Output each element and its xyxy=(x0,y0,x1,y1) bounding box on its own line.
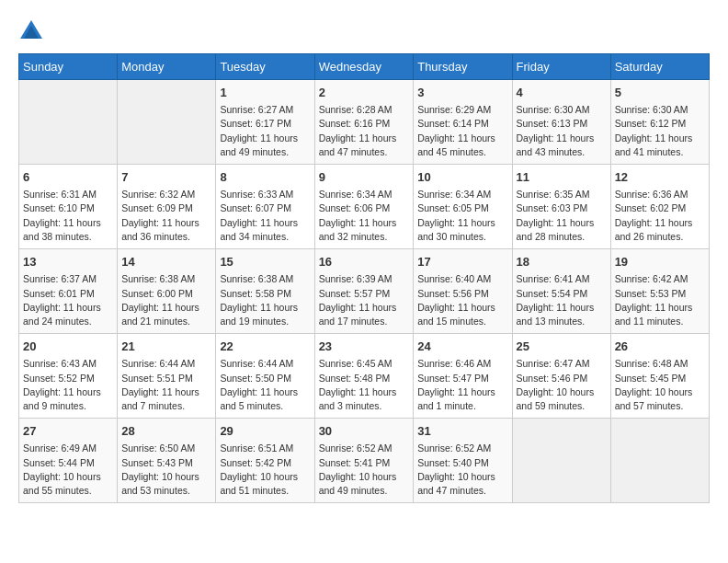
calendar-cell: 21Sunrise: 6:44 AMSunset: 5:51 PMDayligh… xyxy=(118,334,216,419)
day-info: Sunrise: 6:33 AMSunset: 6:07 PMDaylight:… xyxy=(220,188,310,244)
day-number: 20 xyxy=(23,339,113,355)
day-info: Sunrise: 6:28 AMSunset: 6:16 PMDaylight:… xyxy=(319,103,410,159)
day-number: 4 xyxy=(517,85,607,101)
day-info: Sunrise: 6:39 AMSunset: 5:57 PMDaylight:… xyxy=(319,272,410,328)
day-number: 11 xyxy=(517,169,607,186)
day-number: 31 xyxy=(417,423,507,440)
day-number: 17 xyxy=(417,254,507,270)
calendar-week-3: 13Sunrise: 6:37 AMSunset: 6:01 PMDayligh… xyxy=(19,249,710,334)
weekday-header-monday: Monday xyxy=(118,54,216,80)
calendar-cell: 24Sunrise: 6:46 AMSunset: 5:47 PMDayligh… xyxy=(414,334,512,419)
calendar-cell: 27Sunrise: 6:49 AMSunset: 5:44 PMDayligh… xyxy=(19,419,118,503)
day-number: 21 xyxy=(121,339,211,355)
day-info: Sunrise: 6:29 AMSunset: 6:14 PMDaylight:… xyxy=(417,103,507,159)
day-info: Sunrise: 6:49 AMSunset: 5:44 PMDaylight:… xyxy=(23,442,113,498)
day-number: 14 xyxy=(121,254,211,270)
day-number: 19 xyxy=(615,254,705,270)
calendar-week-1: 1Sunrise: 6:27 AMSunset: 6:17 PMDaylight… xyxy=(19,80,710,165)
day-number: 27 xyxy=(23,423,113,440)
day-info: Sunrise: 6:31 AMSunset: 6:10 PMDaylight:… xyxy=(23,188,113,244)
day-info: Sunrise: 6:41 AMSunset: 5:54 PMDaylight:… xyxy=(517,272,607,328)
calendar-cell: 15Sunrise: 6:38 AMSunset: 5:58 PMDayligh… xyxy=(216,249,314,334)
day-info: Sunrise: 6:35 AMSunset: 6:03 PMDaylight:… xyxy=(517,188,607,244)
calendar-cell: 6Sunrise: 6:31 AMSunset: 6:10 PMDaylight… xyxy=(19,165,118,249)
day-info: Sunrise: 6:34 AMSunset: 6:06 PMDaylight:… xyxy=(319,188,410,244)
day-number: 13 xyxy=(23,254,113,270)
day-number: 9 xyxy=(319,169,410,186)
day-number: 15 xyxy=(220,254,310,270)
calendar-cell xyxy=(610,419,709,503)
weekday-header-saturday: Saturday xyxy=(610,54,709,80)
calendar-cell: 13Sunrise: 6:37 AMSunset: 6:01 PMDayligh… xyxy=(19,249,118,334)
day-number: 3 xyxy=(417,85,507,101)
calendar-cell: 9Sunrise: 6:34 AMSunset: 6:06 PMDaylight… xyxy=(314,165,414,249)
day-info: Sunrise: 6:30 AMSunset: 6:12 PMDaylight:… xyxy=(615,103,705,159)
day-info: Sunrise: 6:38 AMSunset: 6:00 PMDaylight:… xyxy=(121,272,211,328)
day-number: 26 xyxy=(615,339,705,355)
day-info: Sunrise: 6:34 AMSunset: 6:05 PMDaylight:… xyxy=(417,188,507,244)
calendar-table: SundayMondayTuesdayWednesdayThursdayFrid… xyxy=(18,53,710,503)
day-number: 22 xyxy=(220,339,310,355)
weekday-header-friday: Friday xyxy=(512,54,610,80)
calendar-cell: 4Sunrise: 6:30 AMSunset: 6:13 PMDaylight… xyxy=(512,80,610,165)
calendar-cell: 14Sunrise: 6:38 AMSunset: 6:00 PMDayligh… xyxy=(118,249,216,334)
day-info: Sunrise: 6:44 AMSunset: 5:51 PMDaylight:… xyxy=(121,357,211,413)
calendar-cell: 5Sunrise: 6:30 AMSunset: 6:12 PMDaylight… xyxy=(610,80,709,165)
day-number: 29 xyxy=(220,423,310,440)
day-info: Sunrise: 6:47 AMSunset: 5:46 PMDaylight:… xyxy=(517,357,607,413)
day-number: 6 xyxy=(23,169,113,186)
calendar-cell: 1Sunrise: 6:27 AMSunset: 6:17 PMDaylight… xyxy=(216,80,314,165)
day-number: 12 xyxy=(615,169,705,186)
day-number: 1 xyxy=(220,85,310,101)
day-info: Sunrise: 6:52 AMSunset: 5:41 PMDaylight:… xyxy=(319,442,410,498)
logo xyxy=(18,18,48,44)
day-number: 16 xyxy=(319,254,410,270)
day-info: Sunrise: 6:50 AMSunset: 5:43 PMDaylight:… xyxy=(121,442,211,498)
day-number: 2 xyxy=(319,85,410,101)
weekday-header-thursday: Thursday xyxy=(414,54,512,80)
calendar-cell: 3Sunrise: 6:29 AMSunset: 6:14 PMDaylight… xyxy=(414,80,512,165)
day-number: 8 xyxy=(220,169,310,186)
day-info: Sunrise: 6:36 AMSunset: 6:02 PMDaylight:… xyxy=(615,188,705,244)
day-info: Sunrise: 6:43 AMSunset: 5:52 PMDaylight:… xyxy=(23,357,113,413)
calendar-cell: 25Sunrise: 6:47 AMSunset: 5:46 PMDayligh… xyxy=(512,334,610,419)
calendar-cell: 16Sunrise: 6:39 AMSunset: 5:57 PMDayligh… xyxy=(314,249,414,334)
calendar-cell: 17Sunrise: 6:40 AMSunset: 5:56 PMDayligh… xyxy=(414,249,512,334)
calendar-cell: 10Sunrise: 6:34 AMSunset: 6:05 PMDayligh… xyxy=(414,165,512,249)
calendar-cell: 31Sunrise: 6:52 AMSunset: 5:40 PMDayligh… xyxy=(414,419,512,503)
calendar-cell: 30Sunrise: 6:52 AMSunset: 5:41 PMDayligh… xyxy=(314,419,414,503)
calendar-cell xyxy=(19,80,118,165)
calendar-cell: 12Sunrise: 6:36 AMSunset: 6:02 PMDayligh… xyxy=(610,165,709,249)
calendar-cell: 29Sunrise: 6:51 AMSunset: 5:42 PMDayligh… xyxy=(216,419,314,503)
calendar-body: 1Sunrise: 6:27 AMSunset: 6:17 PMDaylight… xyxy=(19,80,710,503)
day-info: Sunrise: 6:40 AMSunset: 5:56 PMDaylight:… xyxy=(417,272,507,328)
day-info: Sunrise: 6:38 AMSunset: 5:58 PMDaylight:… xyxy=(220,272,310,328)
day-info: Sunrise: 6:48 AMSunset: 5:45 PMDaylight:… xyxy=(615,357,705,413)
calendar-cell xyxy=(118,80,216,165)
calendar-cell: 18Sunrise: 6:41 AMSunset: 5:54 PMDayligh… xyxy=(512,249,610,334)
calendar-cell: 26Sunrise: 6:48 AMSunset: 5:45 PMDayligh… xyxy=(610,334,709,419)
logo-icon xyxy=(18,18,44,44)
day-info: Sunrise: 6:46 AMSunset: 5:47 PMDaylight:… xyxy=(417,357,507,413)
day-number: 28 xyxy=(121,423,211,440)
day-info: Sunrise: 6:51 AMSunset: 5:42 PMDaylight:… xyxy=(220,442,310,498)
calendar-week-4: 20Sunrise: 6:43 AMSunset: 5:52 PMDayligh… xyxy=(19,334,710,419)
day-info: Sunrise: 6:32 AMSunset: 6:09 PMDaylight:… xyxy=(121,188,211,244)
day-info: Sunrise: 6:30 AMSunset: 6:13 PMDaylight:… xyxy=(517,103,607,159)
calendar-cell: 8Sunrise: 6:33 AMSunset: 6:07 PMDaylight… xyxy=(216,165,314,249)
day-number: 10 xyxy=(417,169,507,186)
calendar-cell: 28Sunrise: 6:50 AMSunset: 5:43 PMDayligh… xyxy=(118,419,216,503)
day-info: Sunrise: 6:45 AMSunset: 5:48 PMDaylight:… xyxy=(319,357,410,413)
page-header xyxy=(18,18,710,44)
day-info: Sunrise: 6:44 AMSunset: 5:50 PMDaylight:… xyxy=(220,357,310,413)
calendar-cell xyxy=(512,419,610,503)
day-number: 30 xyxy=(319,423,410,440)
calendar-cell: 20Sunrise: 6:43 AMSunset: 5:52 PMDayligh… xyxy=(19,334,118,419)
day-number: 5 xyxy=(615,85,705,101)
calendar-cell: 7Sunrise: 6:32 AMSunset: 6:09 PMDaylight… xyxy=(118,165,216,249)
calendar-week-5: 27Sunrise: 6:49 AMSunset: 5:44 PMDayligh… xyxy=(19,419,710,503)
calendar-cell: 19Sunrise: 6:42 AMSunset: 5:53 PMDayligh… xyxy=(610,249,709,334)
day-number: 25 xyxy=(517,339,607,355)
calendar-cell: 22Sunrise: 6:44 AMSunset: 5:50 PMDayligh… xyxy=(216,334,314,419)
day-info: Sunrise: 6:42 AMSunset: 5:53 PMDaylight:… xyxy=(615,272,705,328)
